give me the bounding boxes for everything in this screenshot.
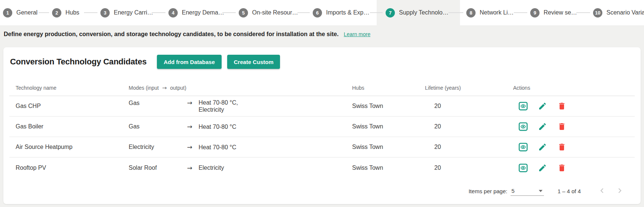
step-connector (448, 12, 463, 13)
hubs-cell: Swiss Town (352, 103, 425, 109)
view-button[interactable] (518, 122, 528, 131)
items-per-page-value: 5 (511, 188, 514, 194)
step-energy-demands[interactable]: 4 Energy Dema… (168, 0, 224, 25)
pencil-icon (538, 143, 547, 152)
previous-page-button[interactable] (597, 186, 607, 196)
arrow-right-icon: → (187, 143, 199, 151)
step-network-links[interactable]: 8 Network Li… (466, 0, 514, 25)
col-header-hubs: Hubs (352, 85, 425, 91)
page-description: Define energy production, conversion, an… (4, 31, 339, 38)
step-number-badge: 7 (386, 8, 395, 17)
delete-button[interactable] (557, 163, 567, 173)
step-number-badge: 4 (168, 8, 178, 17)
delete-button[interactable] (557, 142, 567, 152)
step-number-badge: 8 (466, 8, 476, 17)
edit-button[interactable] (538, 163, 547, 173)
step-label: Review se… (544, 9, 577, 16)
arrow-right-icon: → (187, 123, 199, 130)
step-supply-technologies[interactable]: 7 Supply Technolo… (386, 0, 448, 25)
step-number-badge: 9 (530, 8, 540, 17)
step-number-badge: 6 (313, 8, 322, 17)
eye-icon (518, 163, 528, 173)
delete-button[interactable] (557, 122, 567, 131)
mode-input-cell: Solar Roof (129, 165, 187, 171)
step-number-badge: 10 (593, 8, 602, 17)
mode-output-cell: Heat 70-80 °C, Electricity (199, 99, 352, 113)
mode-output-cell: Heat 70-80 °C (199, 144, 352, 151)
step-number-badge: 3 (100, 8, 110, 17)
mode-input-cell: Gas (129, 99, 187, 106)
step-label: Network Li… (480, 9, 514, 16)
col-header-modes: Modes (input → output) (129, 85, 352, 91)
hubs-cell: Swiss Town (352, 123, 425, 130)
items-per-page-select[interactable]: 5 (511, 186, 544, 196)
hubs-cell: Swiss Town (352, 144, 425, 150)
actions-cell (513, 163, 635, 173)
step-connector (84, 12, 97, 13)
technology-table: Technology name Modes (input → output) H… (9, 80, 635, 178)
step-label: Supply Technolo… (399, 9, 448, 16)
step-general[interactable]: 1 General (3, 0, 38, 25)
next-page-button[interactable] (615, 186, 625, 196)
hubs-cell: Swiss Town (352, 165, 425, 171)
step-connector (152, 12, 165, 13)
step-label: Imports & Exp… (326, 9, 369, 16)
wizard-stepper: 1 General 2 Hubs 3 Energy Carri… 4 Energ… (0, 0, 644, 25)
step-onsite-resources[interactable]: 5 On-site Resour… (239, 0, 298, 25)
actions-cell (513, 142, 635, 152)
col-header-lifetime: Lifetime (years) (425, 85, 513, 91)
modes-header-suffix: output) (170, 85, 187, 91)
table-paginator: Items per page: 5 1 – 4 of 4 (9, 178, 635, 204)
arrow-right-icon: → (187, 164, 199, 172)
step-label: General (16, 9, 38, 16)
step-imports-exports[interactable]: 6 Imports & Exp… (313, 0, 369, 25)
view-button[interactable] (518, 142, 528, 152)
actions-cell (513, 122, 635, 131)
step-energy-carriers[interactable]: 3 Energy Carri… (100, 0, 153, 25)
pager-buttons (597, 186, 625, 196)
lifetime-cell: 20 (425, 103, 513, 109)
trash-icon (557, 143, 566, 152)
card-title: Conversion Technology Candidates (10, 57, 146, 67)
eye-icon (518, 101, 528, 111)
lifetime-cell: 20 (425, 165, 513, 171)
items-per-page-label: Items per page: (468, 188, 507, 194)
step-number-badge: 1 (3, 8, 12, 17)
mode-output-cell: Electricity (199, 164, 352, 171)
table-header-row: Technology name Modes (input → output) H… (9, 80, 635, 96)
step-connector (576, 12, 590, 13)
edit-button[interactable] (538, 101, 547, 111)
card-header: Conversion Technology Candidates Add fro… (9, 55, 635, 69)
create-custom-button[interactable]: Create Custom (227, 55, 280, 69)
edit-button[interactable] (538, 122, 547, 131)
technology-name-cell: Gas Boiler (9, 123, 129, 130)
page: 1 General 2 Hubs 3 Energy Carri… 4 Energ… (0, 0, 644, 207)
edit-button[interactable] (538, 142, 547, 152)
step-connector (297, 12, 310, 13)
table-row: Gas Boiler Gas → Heat 70-80 °C Swiss Tow… (9, 117, 635, 137)
step-scenario-variations[interactable]: 10 Scenario Varia… (593, 0, 644, 25)
dropdown-caret-icon (539, 190, 542, 192)
learn-more-link[interactable]: Learn more (344, 31, 371, 37)
step-review-settings[interactable]: 9 Review se… (530, 0, 577, 25)
technology-name-cell: Rooftop PV (9, 165, 129, 171)
step-hubs[interactable]: 2 Hubs (52, 0, 79, 25)
table-row: Air Source Heatpump Electricity → Heat 7… (9, 137, 635, 157)
step-label: Hubs (65, 9, 79, 16)
eye-icon (518, 122, 528, 131)
table-row: Rooftop PV Solar Roof → Electricity Swis… (9, 157, 635, 178)
add-from-database-button[interactable]: Add from Database (157, 55, 222, 69)
view-button[interactable] (518, 101, 528, 111)
step-number-badge: 5 (239, 8, 248, 17)
delete-button[interactable] (557, 101, 567, 111)
modes-header-prefix: Modes (input (129, 85, 159, 91)
page-description-bar: Define energy production, conversion, an… (0, 25, 644, 43)
mode-output-cell: Heat 70-80 °C (199, 123, 352, 130)
mode-input-cell: Gas (129, 123, 187, 130)
trash-icon (557, 122, 566, 131)
step-label: Energy Dema… (182, 9, 224, 16)
arrow-right-icon: → (162, 85, 167, 91)
view-button[interactable] (518, 163, 528, 173)
actions-cell (513, 101, 635, 111)
chevron-right-icon (615, 186, 625, 197)
